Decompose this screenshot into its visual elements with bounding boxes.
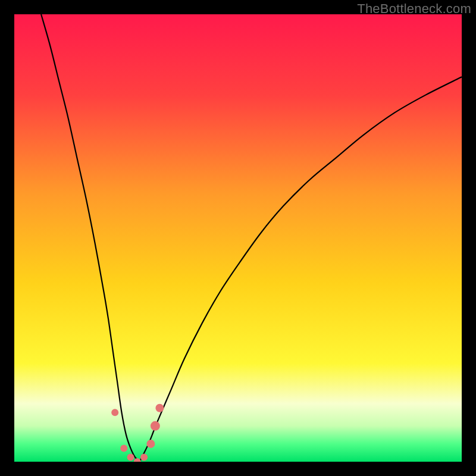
data-marker	[120, 444, 127, 452]
bottleneck-chart	[14, 14, 462, 462]
data-marker	[151, 421, 160, 431]
watermark-text: TheBottleneck.com	[357, 1, 471, 17]
data-marker	[155, 404, 164, 412]
data-marker	[146, 440, 155, 448]
data-marker	[111, 409, 118, 416]
gradient-background	[14, 14, 462, 462]
chart-frame	[14, 14, 462, 462]
data-marker	[140, 453, 148, 461]
data-marker	[127, 453, 134, 461]
